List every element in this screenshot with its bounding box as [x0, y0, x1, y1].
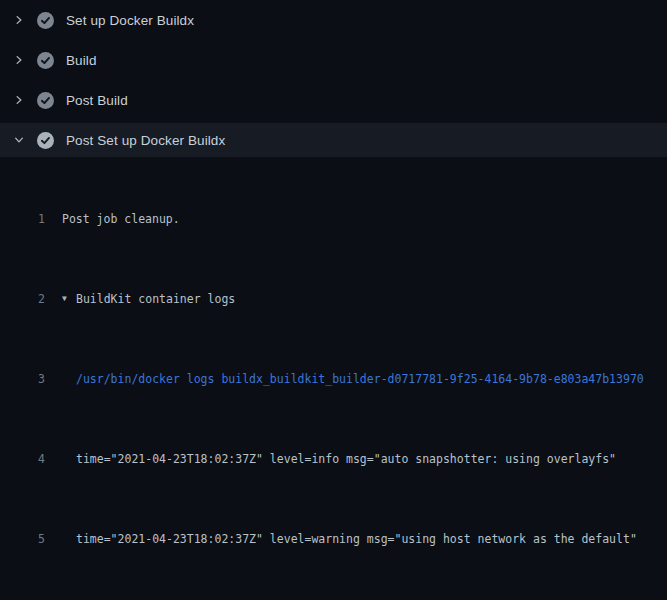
- step-row-setup-docker-buildx[interactable]: Set up Docker Buildx: [0, 0, 667, 40]
- log-line-number[interactable]: 5: [0, 529, 45, 549]
- group-collapse-triangle-icon[interactable]: ▼: [62, 289, 76, 309]
- chevron-right-icon[interactable]: [13, 54, 25, 66]
- check-circle-icon: [37, 132, 54, 149]
- log-line-text: time="2021-04-23T18:02:37Z" level=warnin…: [76, 529, 637, 549]
- check-circle-icon: [37, 12, 54, 29]
- log-line: 2 ▼BuildKit container logs: [0, 289, 667, 309]
- chevron-down-icon[interactable]: [13, 134, 25, 146]
- log-output: 1 Post job cleanup. 2 ▼BuildKit containe…: [0, 160, 667, 600]
- log-line-text: BuildKit container logs: [76, 289, 235, 309]
- chevron-right-icon[interactable]: [13, 94, 25, 106]
- log-line-number[interactable]: 4: [0, 449, 45, 469]
- log-line: 3 /usr/bin/docker logs buildx_buildkit_b…: [0, 369, 667, 389]
- step-list: Set up Docker Buildx Build Post Build Po…: [0, 0, 667, 157]
- log-line-number[interactable]: 3: [0, 369, 45, 389]
- log-line-text: Post job cleanup.: [62, 209, 180, 229]
- check-circle-icon: [37, 92, 54, 109]
- log-command-text: /usr/bin/docker logs buildx_buildkit_bui…: [76, 369, 644, 389]
- log-line: 4 time="2021-04-23T18:02:37Z" level=info…: [0, 449, 667, 469]
- step-label: Set up Docker Buildx: [66, 13, 194, 28]
- log-line: 1 Post job cleanup.: [0, 209, 667, 229]
- log-line-text: time="2021-04-23T18:02:37Z" level=info m…: [76, 449, 616, 469]
- step-row-post-setup-docker-buildx[interactable]: Post Set up Docker Buildx: [0, 123, 667, 157]
- log-line: 5 time="2021-04-23T18:02:37Z" level=warn…: [0, 529, 667, 549]
- step-row-post-build[interactable]: Post Build: [0, 80, 667, 120]
- check-circle-icon: [37, 52, 54, 69]
- chevron-right-icon[interactable]: [13, 14, 25, 26]
- log-line-number[interactable]: 1: [0, 209, 45, 229]
- step-label: Post Build: [66, 93, 128, 108]
- step-label: Post Set up Docker Buildx: [66, 133, 225, 148]
- step-label: Build: [66, 53, 97, 68]
- step-row-build[interactable]: Build: [0, 40, 667, 80]
- log-line-number[interactable]: 2: [0, 289, 45, 309]
